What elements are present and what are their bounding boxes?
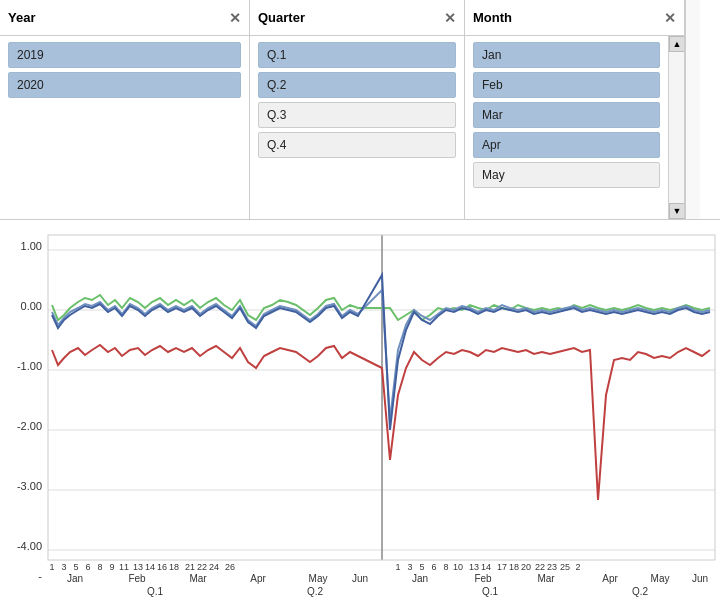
- x-day-2020-13: 23: [547, 562, 557, 572]
- x-day-2020-11: 20: [521, 562, 531, 572]
- y-label-7: -: [38, 570, 42, 582]
- x-q2-2020: Q.2: [632, 586, 649, 597]
- x-month-feb-2019: Feb: [128, 573, 146, 584]
- x-day-3: 5: [73, 562, 78, 572]
- month-filter-col: Month ✕ Jan Feb Mar Apr May ▲ ▼: [465, 0, 685, 219]
- y-label-4: -2.00: [17, 420, 42, 432]
- year-header: Year ✕: [0, 0, 249, 36]
- x-day-2020-4: 6: [431, 562, 436, 572]
- month-scrollbar[interactable]: ▲ ▼: [668, 36, 684, 219]
- month-item-apr[interactable]: Apr: [473, 132, 660, 158]
- month-item-mar[interactable]: Mar: [473, 102, 660, 128]
- x-day-2020-8: 14: [481, 562, 491, 572]
- x-month-mar-2019: Mar: [189, 573, 207, 584]
- x-day-15: 26: [225, 562, 235, 572]
- x-day-2020-2: 3: [407, 562, 412, 572]
- x-month-jan-2020: Jan: [412, 573, 428, 584]
- year-label: Year: [8, 10, 35, 25]
- quarter-item-q3[interactable]: Q.3: [258, 102, 456, 128]
- x-day-2020-14: 25: [560, 562, 570, 572]
- scroll-down-btn[interactable]: ▼: [669, 203, 684, 219]
- x-day-12: 21: [185, 562, 195, 572]
- x-day-9: 14: [145, 562, 155, 572]
- x-day-2: 3: [61, 562, 66, 572]
- x-month-apr-2019: Apr: [250, 573, 266, 584]
- x-day-2020-10: 18: [509, 562, 519, 572]
- year-item-2019[interactable]: 2019: [8, 42, 241, 68]
- x-day-2020-12: 22: [535, 562, 545, 572]
- year-items: 2019 2020: [0, 36, 249, 219]
- x-month-may-2019: May: [309, 573, 328, 584]
- x-month-jan-2019: Jan: [67, 573, 83, 584]
- scroll-up-btn[interactable]: ▲: [669, 36, 684, 52]
- x-day-6: 9: [109, 562, 114, 572]
- y-label-6: -4.00: [17, 540, 42, 552]
- x-month-jun-2020: Jun: [692, 573, 708, 584]
- year-item-2020[interactable]: 2020: [8, 72, 241, 98]
- x-day-14: 24: [209, 562, 219, 572]
- blue-dark-line: [52, 275, 710, 430]
- quarter-item-q1[interactable]: Q.1: [258, 42, 456, 68]
- x-day-2020-15: 2: [575, 562, 580, 572]
- month-header: Month ✕: [465, 0, 684, 36]
- x-day-2020-6: 10: [453, 562, 463, 572]
- x-day-2020-7: 13: [469, 562, 479, 572]
- x-day-5: 8: [97, 562, 102, 572]
- x-day-2020-9: 17: [497, 562, 507, 572]
- y-label-3: -1.00: [17, 360, 42, 372]
- y-label-1: 1.00: [21, 240, 42, 252]
- green-line: [52, 295, 710, 320]
- quarter-item-q2[interactable]: Q.2: [258, 72, 456, 98]
- x-day-13: 22: [197, 562, 207, 572]
- x-day-7: 11: [119, 562, 129, 572]
- x-q2-2019: Q.2: [307, 586, 324, 597]
- month-item-feb[interactable]: Feb: [473, 72, 660, 98]
- red-line: [52, 345, 710, 500]
- x-day-10: 16: [157, 562, 167, 572]
- year-filter-col: Year ✕ 2019 2020: [0, 0, 250, 219]
- x-day-1: 1: [49, 562, 54, 572]
- x-day-2020-1: 1: [395, 562, 400, 572]
- x-month-mar-2020: Mar: [537, 573, 555, 584]
- x-q1-2020: Q.1: [482, 586, 499, 597]
- x-q1-2019: Q.1: [147, 586, 164, 597]
- x-month-may-2020: May: [651, 573, 670, 584]
- right-border: [685, 0, 700, 219]
- y-label-2: 0.00: [21, 300, 42, 312]
- x-day-4: 6: [85, 562, 90, 572]
- x-day-2020-5: 8: [443, 562, 448, 572]
- quarter-item-q4[interactable]: Q.4: [258, 132, 456, 158]
- month-item-jan[interactable]: Jan: [473, 42, 660, 68]
- quarter-label: Quarter: [258, 10, 305, 25]
- line-chart: 1.00 0.00 -1.00 -2.00 -3.00 -4.00 - 1 3 …: [0, 220, 720, 600]
- month-item-may[interactable]: May: [473, 162, 660, 188]
- x-month-feb-2020: Feb: [474, 573, 492, 584]
- x-day-8: 13: [133, 562, 143, 572]
- x-day-11: 18: [169, 562, 179, 572]
- filter-section: Year ✕ 2019 2020 Quarter ✕ Q.1 Q.2 Q.3 Q…: [0, 0, 720, 220]
- y-label-5: -3.00: [17, 480, 42, 492]
- month-items: Jan Feb Mar Apr May: [465, 36, 668, 219]
- quarter-items: Q.1 Q.2 Q.3 Q.4: [250, 36, 464, 219]
- x-day-2020-3: 5: [419, 562, 424, 572]
- chart-area: 1.00 0.00 -1.00 -2.00 -3.00 -4.00 - 1 3 …: [0, 220, 720, 600]
- quarter-header: Quarter ✕: [250, 0, 464, 36]
- year-clear-icon[interactable]: ✕: [229, 10, 241, 26]
- quarter-filter-col: Quarter ✕ Q.1 Q.2 Q.3 Q.4: [250, 0, 465, 219]
- x-month-jun-2019: Jun: [352, 573, 368, 584]
- x-month-apr-2020: Apr: [602, 573, 618, 584]
- month-label: Month: [473, 10, 512, 25]
- quarter-clear-icon[interactable]: ✕: [444, 10, 456, 26]
- month-clear-icon[interactable]: ✕: [664, 10, 676, 26]
